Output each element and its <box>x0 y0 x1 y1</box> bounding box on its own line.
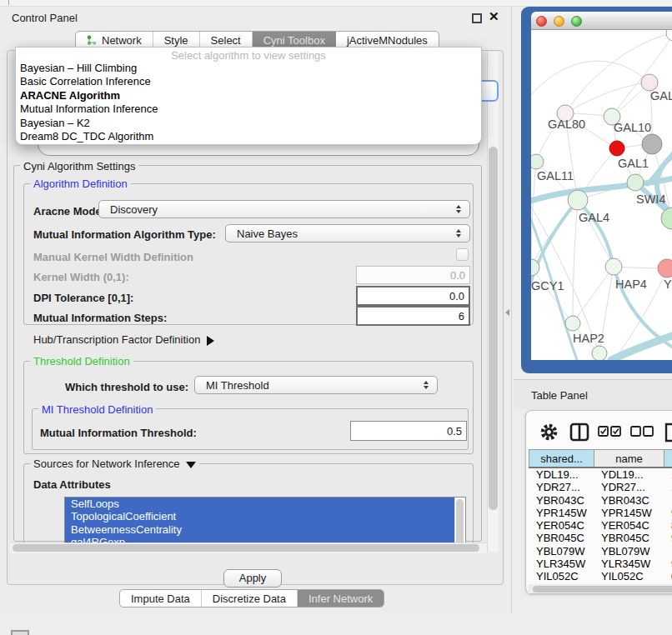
table-cell <box>664 494 672 507</box>
table-row[interactable]: YPR145WYPR145W9. <box>529 507 672 519</box>
data-attribute-item[interactable]: BetweennessCentrality <box>65 523 454 536</box>
table-row[interactable]: YER054CYER054C8. <box>529 519 672 532</box>
network-node[interactable] <box>627 174 644 191</box>
tab-style[interactable]: Style <box>153 32 200 48</box>
hub-definition-toggle[interactable]: Hub/Transcription Factor Definition <box>33 333 214 346</box>
network-node[interactable] <box>568 190 588 210</box>
network-view-window: GALGAL80GAL10GAL1GAL11SWI4GAL4HAP4YGCY1H… <box>521 7 672 373</box>
algorithm-option[interactable]: Bayesian – Hill Climbing <box>16 62 481 75</box>
algorithm-list: Bayesian – Hill ClimbingBasic Correlatio… <box>16 62 481 143</box>
table-cell: 13 <box>664 468 672 481</box>
cyni-algorithm-settings-title: Cyni Algorithm Settings <box>20 160 138 172</box>
network-edge <box>578 200 614 267</box>
kernel-width-input[interactable]: 0.0 <box>356 266 470 284</box>
list-scrollbar-track[interactable] <box>454 498 465 548</box>
apply-button[interactable]: Apply <box>223 569 282 588</box>
mi-type-label: Mutual Information Algorithm Type: <box>33 228 216 241</box>
table-row[interactable]: YDL19...YDL19...13 <box>529 468 672 481</box>
algorithm-option[interactable]: Basic Correlation Inference <box>16 75 481 88</box>
table-cell: YER054C <box>529 519 594 532</box>
table-row[interactable]: YIL052CYIL052C0. <box>529 570 672 582</box>
bottom-left-widget-fragment <box>11 630 29 635</box>
table-row[interactable]: YLR345WYLR345W9. <box>529 558 672 570</box>
close-icon[interactable]: ✕ <box>489 9 499 24</box>
algorithm-option[interactable]: Mutual Information Inference <box>16 102 481 116</box>
table-row[interactable]: YDR27...YDR27...12 <box>529 481 672 493</box>
column-header-name[interactable]: name <box>594 450 664 467</box>
manual-kernel-checkbox[interactable] <box>456 248 469 261</box>
settings-vertical-scrollbar-thumb[interactable] <box>489 147 498 510</box>
table-cell: 0. <box>664 570 672 582</box>
minimize-traffic-light-icon[interactable] <box>554 16 564 27</box>
columns-icon[interactable] <box>569 422 589 445</box>
algorithm-option[interactable]: ARACNE Algorithm <box>16 89 481 102</box>
tab-network[interactable]: Network <box>76 32 153 48</box>
node-label: GAL1 <box>618 157 649 170</box>
gear-icon[interactable] <box>539 422 559 445</box>
node-label: GAL <box>650 89 672 102</box>
table-row[interactable]: YBL079WYBL079W <box>529 545 672 558</box>
mi-steps-input[interactable]: 6 <box>356 306 470 326</box>
algorithm-option[interactable]: Dream8 DC_TDC Algorithm <box>16 130 481 143</box>
network-node[interactable] <box>658 259 672 278</box>
table-cell: 9. <box>664 558 672 570</box>
table-row[interactable]: YBR043CYBR043C <box>529 494 672 507</box>
network-node[interactable] <box>609 141 624 156</box>
network-node[interactable] <box>661 208 672 229</box>
tab-impute-data[interactable]: Impute Data <box>120 590 202 607</box>
threshold-definition-title: Threshold Definition <box>30 355 133 368</box>
table-cell: YBL079W <box>594 545 664 558</box>
table-horizontal-scrollbar-track[interactable] <box>528 584 672 593</box>
table-cell: YDR27... <box>529 481 594 493</box>
network-node[interactable] <box>592 346 607 360</box>
list-scrollbar-thumb[interactable] <box>456 499 464 546</box>
tab-cyni-toolbox[interactable]: Cyni Toolbox <box>253 32 336 48</box>
mi-threshold-input[interactable]: 0.5 <box>350 421 467 441</box>
which-threshold-select[interactable]: MI Threshold <box>194 376 438 394</box>
tab-infer-network[interactable]: Infer Network <box>298 590 384 607</box>
deselect-all-checkboxes-icon[interactable] <box>630 426 654 441</box>
column-header-a[interactable]: A <box>664 450 672 467</box>
close-traffic-light-icon[interactable] <box>536 16 547 27</box>
tab-discretize-data[interactable]: Discretize Data <box>202 590 298 607</box>
network-node[interactable] <box>666 30 672 41</box>
data-attribute-item[interactable]: TopologicalCoefficient <box>65 510 454 522</box>
sources-title[interactable]: Sources for Network Inference <box>30 458 199 470</box>
table-cell: 8. <box>664 519 672 532</box>
tab-jactivemnodules[interactable]: jActiveMNodules <box>336 32 439 48</box>
table-cell: YLR345W <box>594 558 664 570</box>
panel-splitter-handle[interactable] <box>505 309 509 316</box>
mi-algorithm-type-select[interactable]: Naive Bayes <box>225 224 470 242</box>
node-label: SWI4 <box>636 192 665 206</box>
network-node[interactable] <box>565 316 580 331</box>
network-node[interactable] <box>605 258 622 275</box>
export-table-icon[interactable] <box>664 422 672 446</box>
network-edge-highlighted <box>531 200 578 287</box>
network-node[interactable] <box>531 154 544 169</box>
collapsed-triangle-icon <box>207 336 214 346</box>
network-edge <box>565 82 649 113</box>
settings-horizontal-scrollbar-thumb[interactable] <box>13 544 479 552</box>
zoom-traffic-light-icon[interactable] <box>571 16 582 27</box>
table-row[interactable]: YBR045CYBR045C9. <box>529 532 672 544</box>
float-window-icon[interactable] <box>472 13 482 23</box>
column-header-shared-[interactable]: shared... <box>529 450 594 467</box>
algorithm-option[interactable]: Bayesian – K2 <box>16 117 481 130</box>
node-label: GAL10 <box>614 121 651 134</box>
tab-select[interactable]: Select <box>200 32 253 48</box>
network-edge <box>573 200 578 323</box>
network-node[interactable] <box>641 74 658 91</box>
table-cell: 9. <box>664 507 672 519</box>
dpi-tolerance-input[interactable]: 0.0 <box>356 286 470 306</box>
table-cell: YBR043C <box>529 494 594 507</box>
table-horizontal-scrollbar-thumb[interactable] <box>533 586 672 592</box>
network-canvas[interactable]: GALGAL80GAL10GAL1GAL11SWI4GAL4HAP4YGCY1H… <box>531 30 672 360</box>
aracne-mode-select[interactable]: Discovery <box>98 200 470 218</box>
select-all-checkboxes-icon[interactable] <box>598 426 621 441</box>
data-attributes-label: Data Attributes <box>33 478 111 491</box>
network-node[interactable] <box>642 134 662 154</box>
which-threshold-label: Which threshold to use: <box>65 381 188 393</box>
network-window-titlebar[interactable] <box>531 12 672 30</box>
data-attribute-item[interactable]: SelfLoops <box>65 498 454 510</box>
mi-threshold-definition-title: MI Threshold Definition <box>38 403 156 416</box>
